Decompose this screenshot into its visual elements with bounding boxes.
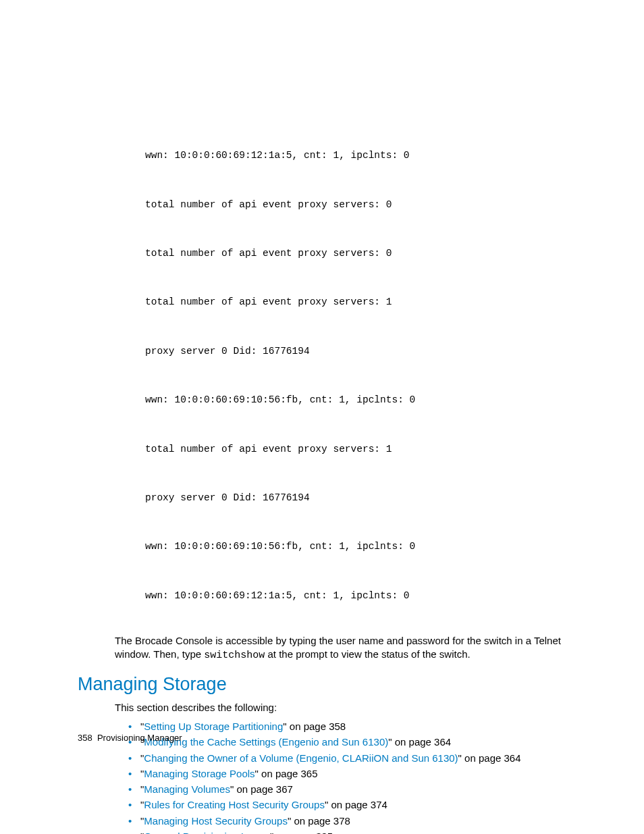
toc-item: "Managing Volumes" on page 367 [128, 781, 590, 797]
code-line: total number of api event proxy servers:… [145, 247, 590, 259]
toc-suffix: on page 364 [392, 736, 452, 748]
toc-item: "General Provisioning Issues" on page 38… [128, 829, 590, 834]
code-line: wwn: 10:0:0:60:69:12:1a:5, cnt: 1, ipcln… [145, 590, 590, 602]
code-line: wwn: 10:0:0:60:69:12:1a:5, cnt: 1, ipcln… [145, 149, 590, 161]
text: at the prompt to view the status of the … [265, 648, 470, 660]
toc-suffix: on page 378 [291, 815, 350, 827]
toc-item: "Modifying the Cache Settings (Engenio a… [128, 734, 590, 750]
code-line: total number of api event proxy servers:… [145, 443, 590, 455]
toc-item: "Managing Storage Pools" on page 365 [128, 766, 590, 781]
code-line: wwn: 10:0:0:60:69:10:56:fb, cnt: 1, ipcl… [145, 540, 590, 552]
toc-link[interactable]: Managing Volumes [144, 783, 230, 795]
page-number: 358 [78, 733, 92, 743]
toc-item: "Changing the Owner of a Volume (Engenio… [128, 750, 590, 766]
toc-list: "Setting Up Storage Partitioning" on pag… [128, 719, 590, 834]
toc-suffix: on page 374 [328, 799, 387, 810]
code-line: proxy server 0 Did: 16776194 [145, 345, 590, 357]
heading-managing-storage: Managing Storage [78, 674, 590, 695]
inline-code: switchshow [204, 650, 265, 661]
footer-label: Provisioning Manager [97, 733, 182, 743]
toc-link[interactable]: Managing Storage Pools [144, 768, 254, 779]
toc-link[interactable]: Rules for Creating Host Security Groups [144, 799, 325, 810]
code-line: proxy server 0 Did: 16776194 [145, 492, 590, 504]
code-block: wwn: 10:0:0:60:69:12:1a:5, cnt: 1, ipcln… [145, 125, 590, 631]
toc-suffix: on page 364 [462, 752, 521, 764]
toc-suffix: on page 367 [234, 783, 293, 795]
paragraph: The Brocade Console is accessible by typ… [115, 634, 590, 662]
code-line: wwn: 10:0:0:60:69:10:56:fb, cnt: 1, ipcl… [145, 394, 590, 406]
toc-item: "Rules for Creating Host Security Groups… [128, 797, 590, 812]
toc-link[interactable]: Changing the Owner of a Volume (Engenio,… [144, 752, 458, 764]
toc-suffix: on page 365 [259, 768, 318, 779]
code-line: total number of api event proxy servers:… [145, 199, 590, 211]
toc-item: "Setting Up Storage Partitioning" on pag… [128, 719, 590, 734]
toc-suffix: on page 385 [273, 831, 333, 834]
code-line: total number of api event proxy servers:… [145, 296, 590, 308]
toc-link[interactable]: Setting Up Storage Partitioning [144, 721, 283, 732]
intro-text: This section describes the following: [115, 702, 590, 713]
toc-link[interactable]: General Provisioning Issues [144, 831, 270, 834]
toc-link[interactable]: Managing Host Security Groups [144, 815, 288, 827]
page-footer: 358 Provisioning Manager [78, 733, 182, 743]
toc-suffix: on page 358 [287, 721, 346, 732]
toc-item: "Managing Host Security Groups" on page … [128, 813, 590, 829]
